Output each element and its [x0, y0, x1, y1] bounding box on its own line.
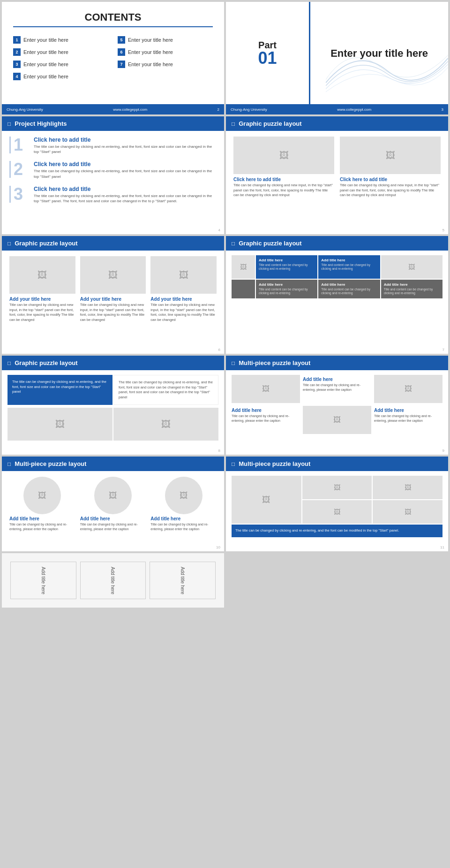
multi-cell-9-tl: 🖼	[232, 375, 300, 403]
image-icon-7-tl: 🖼	[240, 263, 247, 271]
footer-right-2: www.collegeppt.com	[113, 107, 147, 112]
puzzle-title-6-2: Add your title here	[80, 297, 146, 302]
contents-list: 1 Enter your title here 5 Enter your tit…	[13, 35, 213, 82]
contents-item-6[interactable]: 6 Enter your title here	[118, 47, 213, 57]
grid-text-7-2: Title and content can be changed by clic…	[321, 263, 377, 271]
footer-left-3: Chung-Ang University	[231, 107, 267, 112]
contents-item-5[interactable]: 5 Enter your title here	[118, 35, 213, 45]
circle-item-10-1[interactable]: 🖼 Add title here Title can be changed by…	[9, 477, 75, 532]
slide-6-content: 🖼 Add your title here Title can be chang…	[2, 251, 224, 354]
grid-text-7-1: Title and content can be changed by clic…	[259, 263, 315, 271]
grid-text-7-4: Title and content can be changed by clic…	[259, 288, 315, 296]
bottom-label-2[interactable]: Add title here	[80, 562, 146, 600]
grid-cell-blue-1[interactable]: Add title here Title and content can be …	[256, 255, 317, 279]
contents-label-6: Enter your title here	[128, 49, 173, 55]
grid-cell-blue-2[interactable]: Add title here Title and content can be …	[318, 255, 380, 279]
slide-6-section-title: Graphic puzzle layout	[15, 240, 77, 247]
contents-item-1[interactable]: 1 Enter your title here	[13, 35, 108, 45]
circle-img-10-2: 🖼	[94, 477, 132, 514]
multi-cell-9-br[interactable]: Add title here Title can be changed by c…	[374, 406, 442, 434]
slide-bottom-labels: Add title here Add title here Add title …	[2, 553, 224, 608]
bottom-label-1[interactable]: Add title here	[10, 562, 76, 600]
multi-cell-9-tc[interactable]: Add title here Title can be changed by c…	[303, 375, 371, 403]
puzzle-item-5-1[interactable]: 🖼 Click here to add title Title can be c…	[233, 137, 334, 198]
bottom-text-bar-11: The title can be changed by clicking and…	[232, 525, 442, 537]
contents-item-2[interactable]: 2 Enter your title here	[13, 47, 108, 57]
split-text-right-8: The title can be changed by clicking and…	[119, 380, 213, 400]
circle-item-10-2[interactable]: 🖼 Add title here Title can be changed by…	[80, 477, 146, 532]
puzzle-item-6-2[interactable]: 🖼 Add your title here Title can be chang…	[80, 256, 146, 322]
hl-num-2: 2	[9, 161, 28, 178]
bottom-label-3[interactable]: Add title here	[150, 562, 216, 600]
grid-cell-dark-2[interactable]: Add title here Title and content can be …	[318, 280, 380, 298]
contents-item-4[interactable]: 4 Enter your title here	[13, 71, 108, 82]
grid-cell-dark-3[interactable]: Add title here Title and content can be …	[381, 280, 442, 298]
highlight-3[interactable]: 3 Click here to add title The title can …	[9, 186, 217, 204]
img-placeholder-11-tr1: 🖼	[302, 476, 372, 499]
contents-num-7: 7	[118, 61, 125, 68]
hl-content-2: Click here to add title The title can be…	[34, 161, 217, 179]
circle-item-10-3[interactable]: 🖼 Add title here Title can be changed by…	[150, 477, 217, 532]
hl-title-1: Click here to add title	[34, 137, 217, 143]
multi-cell-9-bl[interactable]: Add title here Title can be changed by c…	[232, 406, 300, 434]
slide-6: Graphic puzzle layout 🖼 Add your title h…	[2, 236, 224, 354]
img-placeholder-6-3: 🖼	[150, 256, 217, 294]
multi-cell-9-bc: 🖼	[303, 406, 371, 434]
image-icon-9-2: 🖼	[405, 385, 412, 393]
circle-text-10-3: Title can be changed by clicking and re-…	[150, 522, 217, 532]
footer-left-2: Chung-Ang University	[7, 107, 43, 112]
puzzle-3col: 🖼 Add your title here Title can be chang…	[9, 256, 217, 322]
img-placeholder-6-2: 🖼	[80, 256, 146, 294]
image-icon-11-br2: 🖼	[405, 508, 411, 516]
slide-9-content: 🖼 Add title here Title can be changed by…	[226, 370, 448, 448]
image-icon-8-1: 🖼	[55, 419, 65, 430]
highlight-2[interactable]: 2 Click here to add title The title can …	[9, 161, 217, 179]
contents-item-3[interactable]: 3 Enter your title here	[13, 59, 108, 69]
contents-num-3: 3	[13, 61, 21, 68]
puzzle-item-5-2[interactable]: 🖼 Click here to add title Title can be c…	[340, 137, 441, 198]
slide-7: Graphic puzzle layout 🖼 Add title here T…	[226, 236, 448, 354]
image-icon-6-1: 🖼	[38, 270, 47, 281]
slide-8-num: 8	[218, 449, 220, 453]
slide-3: Part 01 Enter your title here Chung-Ang …	[226, 2, 448, 114]
contents-label-7: Enter your title here	[128, 61, 173, 67]
image-icon-11-big: 🖼	[262, 495, 270, 505]
circle-text-10-2: Title can be changed by clicking and re-…	[80, 522, 146, 532]
puzzle-item-6-1[interactable]: 🖼 Add your title here Title can be chang…	[9, 256, 75, 322]
slide-10: Multi-piece puzzle layout 🖼 Add title he…	[2, 457, 224, 551]
contents-num-1: 1	[13, 36, 21, 44]
img-placeholder-9-2: 🖼	[374, 375, 442, 403]
grid-cell-dark-1[interactable]: Add title here Title and content can be …	[256, 280, 317, 298]
slide-5-content: 🖼 Click here to add title Title can be c…	[226, 131, 448, 234]
slide-10-header: Multi-piece puzzle layout	[2, 457, 224, 471]
bottom-labels-grid: Add title here Add title here Add title …	[7, 558, 219, 603]
hl-content-1: Click here to add title The title can be…	[34, 137, 217, 154]
split-text-white-8: The title can be changed by clicking and…	[113, 375, 218, 405]
contents-num-5: 5	[118, 36, 125, 44]
image-icon-9-3: 🖼	[333, 416, 341, 424]
image-icon-11-br1: 🖼	[334, 508, 340, 516]
img-placeholder-9-3: 🖼	[303, 406, 371, 434]
circle-title-10-3: Add title here	[150, 516, 217, 521]
highlight-1[interactable]: 1 Click here to add title The title can …	[9, 137, 217, 154]
page-num-2: 2	[218, 107, 219, 112]
slide-6-num: 6	[218, 348, 220, 352]
image-icon-11-tr1: 🖼	[334, 484, 340, 491]
grid-title-7-1: Add title here	[259, 258, 315, 262]
slide-2-footer: Chung-Ang University www.collegeppt.com …	[2, 104, 224, 114]
slide-7-content: 🖼 Add title here Title and content can b…	[226, 251, 448, 312]
slide-9-num: 9	[442, 449, 444, 453]
slide-9-section-title: Multi-piece puzzle layout	[239, 359, 310, 366]
grid-cell-dark-0	[232, 280, 255, 298]
slide-4-section-title: Project Highlights	[15, 120, 67, 127]
puzzle-item-6-3[interactable]: 🖼 Add your title here Title can be chang…	[150, 256, 217, 322]
hl-num-3: 3	[9, 186, 28, 203]
contents-label-1: Enter your title here	[23, 37, 68, 43]
page-num-3: 3	[442, 107, 443, 112]
image-icon-9-1: 🖼	[262, 385, 270, 393]
slide-11-header: Multi-piece puzzle layout	[226, 457, 448, 471]
contents-item-7[interactable]: 7 Enter your title here	[118, 59, 213, 69]
slide-8-header: Graphic puzzle layout	[2, 356, 224, 370]
hl-title-2: Click here to add title	[34, 161, 217, 168]
slide-4: Project Highlights 1 Click here to add t…	[2, 116, 224, 234]
